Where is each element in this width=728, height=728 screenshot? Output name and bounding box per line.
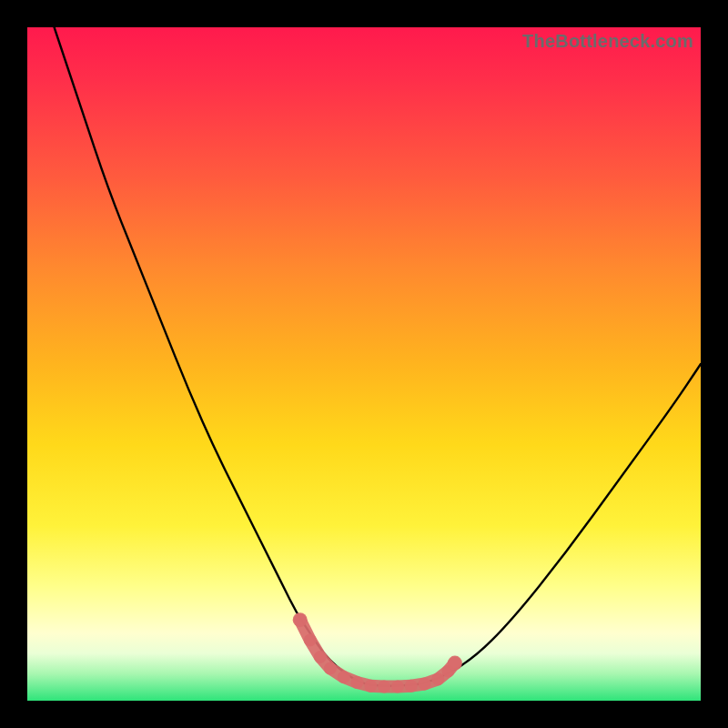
chart-plot-area: TheBottleneck.com (27, 27, 701, 701)
chart-frame: TheBottleneck.com (0, 0, 728, 728)
marker-end-dot (448, 656, 462, 671)
chart-overlay-svg (27, 27, 701, 701)
bottleneck-marker-group (293, 612, 462, 686)
bottleneck-curve (55, 27, 701, 686)
marker-end-dot (293, 612, 308, 627)
